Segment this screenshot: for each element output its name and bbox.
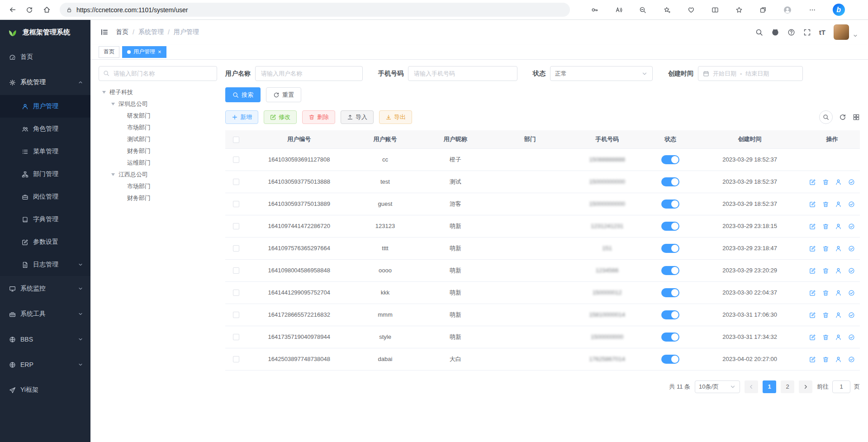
page-button-2[interactable]: 2 xyxy=(781,380,794,393)
prev-page-button[interactable] xyxy=(745,380,758,393)
edit-row-icon[interactable] xyxy=(809,201,816,208)
next-page-button[interactable] xyxy=(799,380,812,393)
delete-row-icon[interactable] xyxy=(822,312,829,318)
status-toggle[interactable] xyxy=(661,200,679,209)
browser-essentials-icon[interactable] xyxy=(688,6,695,14)
tree-node[interactable]: 橙子科技 xyxy=(99,86,217,98)
refresh-button[interactable] xyxy=(22,2,37,18)
reset-password-icon[interactable] xyxy=(835,223,842,230)
edit-row-icon[interactable] xyxy=(809,245,816,252)
split-screen-icon[interactable] xyxy=(711,6,719,14)
assign-role-icon[interactable] xyxy=(848,312,855,318)
zoom-icon[interactable] xyxy=(639,6,646,14)
edit-row-icon[interactable] xyxy=(809,290,816,296)
assign-role-icon[interactable] xyxy=(848,245,855,252)
tree-caret-icon[interactable] xyxy=(111,103,115,105)
password-key-icon[interactable] xyxy=(591,6,598,14)
reset-password-icon[interactable] xyxy=(835,312,842,318)
row-checkbox[interactable] xyxy=(233,179,239,185)
date-range-picker[interactable]: 开始日期 - 结束日期 xyxy=(698,66,803,81)
dept-search-input[interactable] xyxy=(99,66,217,81)
assign-role-icon[interactable] xyxy=(848,179,855,185)
page-size-select[interactable]: 10条/页 xyxy=(695,380,740,393)
browser-profile-icon[interactable] xyxy=(783,6,792,14)
tree-node[interactable]: 研发部门 xyxy=(99,110,217,122)
status-toggle[interactable] xyxy=(661,288,679,297)
refresh-table-button[interactable] xyxy=(839,114,846,121)
status-toggle[interactable] xyxy=(661,266,679,275)
page-button-1[interactable]: 1 xyxy=(763,380,776,393)
sidebar-item-role-mgmt[interactable]: 角色管理 xyxy=(0,118,90,140)
row-checkbox[interactable] xyxy=(233,267,239,274)
export-button[interactable]: 导出 xyxy=(379,110,412,124)
select-all-checkbox[interactable] xyxy=(233,137,239,143)
reset-password-icon[interactable] xyxy=(835,201,842,208)
edit-row-icon[interactable] xyxy=(809,356,816,363)
delete-row-icon[interactable] xyxy=(822,245,829,252)
assign-role-icon[interactable] xyxy=(848,201,855,208)
help-icon[interactable] xyxy=(787,29,795,36)
status-toggle[interactable] xyxy=(661,333,679,342)
search-button[interactable]: 搜索 xyxy=(225,87,261,102)
delete-row-icon[interactable] xyxy=(822,334,829,341)
delete-row-icon[interactable] xyxy=(822,201,829,208)
tree-node[interactable]: 江西总公司 xyxy=(99,169,217,181)
username-input[interactable] xyxy=(255,66,363,81)
user-avatar[interactable] xyxy=(834,24,849,40)
sidebar-item-param-settings[interactable]: 参数设置 xyxy=(0,231,90,253)
collections-icon[interactable] xyxy=(759,6,767,14)
sidebar-item-system-monitor[interactable]: 系统监控 xyxy=(0,276,90,301)
sidebar-item-post-mgmt[interactable]: 岗位管理 xyxy=(0,185,90,208)
browser-home-button[interactable] xyxy=(39,2,54,18)
search-icon[interactable] xyxy=(755,29,763,36)
assign-role-icon[interactable] xyxy=(848,356,855,363)
row-checkbox[interactable] xyxy=(233,223,239,229)
tree-node[interactable]: 深圳总公司 xyxy=(99,98,217,110)
columns-button[interactable] xyxy=(853,114,860,121)
tree-caret-icon[interactable] xyxy=(102,91,106,94)
tab-user-mgmt[interactable]: 用户管理 × xyxy=(122,46,166,58)
breadcrumb-user[interactable]: 用户管理 xyxy=(174,28,199,36)
edit-row-icon[interactable] xyxy=(809,179,816,185)
edit-row-icon[interactable] xyxy=(809,267,816,274)
add-favorite-icon[interactable] xyxy=(664,6,671,14)
status-toggle[interactable] xyxy=(661,177,679,186)
goto-page-input[interactable] xyxy=(832,380,850,393)
tree-node[interactable]: 财务部门 xyxy=(99,145,217,157)
sidebar-item-menu-mgmt[interactable]: 菜单管理 xyxy=(0,140,90,163)
tree-node[interactable]: 测试部门 xyxy=(99,133,217,145)
favorites-icon[interactable] xyxy=(735,6,743,14)
more-icon[interactable] xyxy=(809,6,816,14)
edit-row-icon[interactable] xyxy=(809,334,816,341)
close-tab-icon[interactable]: × xyxy=(158,49,161,55)
read-aloud-icon[interactable] xyxy=(615,6,622,14)
tree-node[interactable]: 财务部门 xyxy=(99,192,217,204)
delete-button[interactable]: 删除 xyxy=(302,110,335,124)
status-toggle[interactable] xyxy=(661,310,679,319)
row-checkbox[interactable] xyxy=(233,334,239,340)
sidebar-item-dict-mgmt[interactable]: 字典管理 xyxy=(0,208,90,231)
assign-role-icon[interactable] xyxy=(848,223,855,230)
assign-role-icon[interactable] xyxy=(848,267,855,274)
toggle-search-button[interactable] xyxy=(819,110,833,124)
delete-row-icon[interactable] xyxy=(822,290,829,296)
row-checkbox[interactable] xyxy=(233,201,239,207)
tab-home[interactable]: 首页 xyxy=(99,46,119,58)
delete-row-icon[interactable] xyxy=(822,223,829,230)
address-bar[interactable]: https://ccnetcore.com:1101/system/user xyxy=(60,3,570,17)
status-toggle[interactable] xyxy=(661,244,679,253)
delete-row-icon[interactable] xyxy=(822,179,829,185)
breadcrumb-system[interactable]: 系统管理 xyxy=(138,28,164,36)
reset-password-icon[interactable] xyxy=(835,290,842,296)
edit-row-icon[interactable] xyxy=(809,223,816,230)
sidebar-item-yi-framework[interactable]: Yi框架 xyxy=(0,377,90,403)
tree-caret-icon[interactable] xyxy=(111,173,115,176)
row-checkbox[interactable] xyxy=(233,245,239,252)
assign-role-icon[interactable] xyxy=(848,334,855,341)
sidebar-item-log-mgmt[interactable]: 日志管理 xyxy=(0,253,90,276)
sidebar-item-dept-mgmt[interactable]: 部门管理 xyxy=(0,163,90,185)
sidebar-item-erp[interactable]: ERP xyxy=(0,352,90,377)
font-size-icon[interactable]: tT xyxy=(819,29,825,36)
github-icon[interactable] xyxy=(771,28,779,36)
delete-row-icon[interactable] xyxy=(822,267,829,274)
